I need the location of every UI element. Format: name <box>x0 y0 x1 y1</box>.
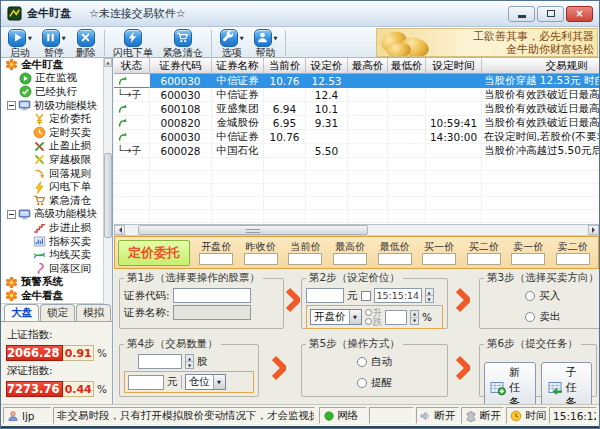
dropdown-arrow-icon[interactable]: ▼ <box>28 35 32 41</box>
dropdown-arrow-icon[interactable]: ▼ <box>62 35 66 41</box>
time-input[interactable]: 15:15:14 <box>374 288 422 303</box>
pricebar-field-input[interactable] <box>333 253 367 265</box>
column-header[interactable]: 最低价 <box>388 58 426 74</box>
column-header[interactable]: 设定价 <box>306 58 348 74</box>
chevron-down-icon[interactable]: ▼ <box>349 310 361 324</box>
table-row[interactable]: └→子600030中信证券12.4当股价有效跌破近日最高的 1% 时.. <box>114 88 599 102</box>
table-hscrollbar[interactable] <box>114 225 599 236</box>
position-select[interactable]: 仓位 ▼ <box>185 374 226 390</box>
pricebar-field-input[interactable] <box>378 253 412 265</box>
shares-spinner[interactable]: ▲▼ <box>185 354 194 369</box>
tab-lock[interactable]: 锁定 <box>40 304 75 321</box>
close-button[interactable]: × <box>566 6 593 22</box>
tree-item-indicator-chart[interactable]: 指标买卖 <box>1 235 112 249</box>
fixed-price-order-button[interactable]: 定价委托 <box>118 240 190 266</box>
table-cell <box>348 88 388 102</box>
tree-item-x-red-green[interactable]: 止盈止损 <box>1 140 112 154</box>
pct-input[interactable] <box>385 310 407 325</box>
tree-item-step[interactable]: 步进止损 <box>1 221 112 235</box>
up-radio[interactable] <box>365 309 372 316</box>
pricebar-field-input[interactable] <box>244 253 278 265</box>
column-header[interactable]: 当前价 <box>264 58 306 74</box>
pricebar-field-input[interactable] <box>556 253 590 265</box>
step4-group: 第4步（交易数量） ▲▼ 股 元 仓位 ▼ <box>119 337 259 397</box>
pricebar-field-input[interactable] <box>467 253 501 265</box>
shares-input[interactable] <box>138 354 182 369</box>
time-checkbox[interactable] <box>361 291 371 301</box>
minimize-button[interactable] <box>508 6 535 22</box>
scroll-thumb[interactable] <box>104 153 112 238</box>
column-header[interactable]: 证券代码 <box>150 58 212 74</box>
tree-item-flower[interactable]: 金牛盯盘 <box>1 58 112 72</box>
lightning-toolbar-button[interactable]: 闪电下单 <box>108 28 158 58</box>
play-toolbar-button[interactable]: ▼启动 <box>3 28 37 58</box>
table-row[interactable]: 600030中信证券10.7612.53当股价穿越 12.53元 时自动买 <box>114 74 599 88</box>
column-header[interactable]: 最高价 <box>348 58 388 74</box>
collapse-icon[interactable] <box>7 210 16 219</box>
table-cell <box>388 102 426 116</box>
scroll-up-icon[interactable]: ▲ <box>104 58 112 67</box>
tree-item-clock[interactable]: 定时买卖 <box>1 126 112 140</box>
tree-item-check[interactable]: 已经执行 <box>1 85 112 99</box>
table-empty-row <box>114 210 599 223</box>
tree-item-cart-color[interactable]: 紧急清仓 <box>1 194 112 208</box>
auto-radio[interactable] <box>357 357 367 367</box>
maximize-button[interactable] <box>537 6 564 22</box>
column-header[interactable]: 交易规则 <box>482 58 599 74</box>
column-header[interactable]: 证券名称 <box>212 58 264 74</box>
sell-radio[interactable] <box>525 312 535 322</box>
scroll-right-icon[interactable] <box>588 225 599 235</box>
child-task-marker: └→子 <box>114 144 150 158</box>
scroll-left-icon[interactable] <box>114 225 125 235</box>
table-row[interactable]: └→子600028中国石化5.50当股价冲高越过5.50元后高位回落.. <box>114 144 599 158</box>
buy-radio[interactable] <box>525 291 535 301</box>
tree-item-monitor[interactable]: 高级功能模块 <box>1 208 112 222</box>
pricebar-field: 最高价 <box>328 241 373 265</box>
code-input[interactable] <box>173 288 251 303</box>
dropdown-arrow-icon[interactable]: ▼ <box>274 35 278 41</box>
tree-item-monitor[interactable]: 初级功能模块 <box>1 99 112 113</box>
sell-label: 卖出 <box>539 310 560 324</box>
dropdown-arrow-icon[interactable]: ▼ <box>240 35 244 41</box>
table-row[interactable]: 600108亚盛集团6.9410.1当股价有效跌破近日最高的 1% 时.. <box>114 102 599 116</box>
hscroll-thumb[interactable] <box>138 225 368 235</box>
pct-spinner[interactable]: ▲▼ <box>410 310 419 325</box>
remind-radio[interactable] <box>357 378 367 388</box>
time-spinner[interactable]: ▲▼ <box>425 288 434 303</box>
delete-toolbar-button[interactable]: 删除 <box>71 28 101 58</box>
amount-input[interactable] <box>128 375 164 390</box>
down-radio[interactable] <box>365 318 372 325</box>
table-cell <box>264 184 306 197</box>
pricebar-field-input[interactable] <box>199 253 233 265</box>
person-toolbar-button[interactable]: ▼帮助 <box>249 28 283 58</box>
pause-toolbar-button[interactable]: ▼暂停 <box>37 28 71 58</box>
wrench-toolbar-button[interactable]: ▼选项 <box>215 28 249 58</box>
tree-item-flower[interactable]: 金牛看盘 <box>1 289 112 303</box>
chevron-down-icon[interactable]: ▼ <box>213 375 225 389</box>
tree-item-yen[interactable]: 定价委托 <box>1 112 112 126</box>
tab-simulate[interactable]: 模拟 <box>76 304 111 321</box>
price-input[interactable] <box>306 288 344 303</box>
toolbar-buttons: ▼启动▼暂停删除闪电下单紧急清仓▼选项▼帮助 <box>3 28 289 58</box>
pricebar-field-input[interactable] <box>511 253 545 265</box>
column-header[interactable]: 设定时间 <box>426 58 482 74</box>
table-row[interactable]: 000820金城股份6.959.3110:59:41当股价有效跌破近日最高的 5… <box>114 116 599 130</box>
table-cell: 10.76 <box>264 74 306 88</box>
tree-item-play-green[interactable]: 正在监视 <box>1 72 112 86</box>
tree-item-ma-lines[interactable]: 均线买卖 <box>1 248 112 262</box>
cart-toolbar-button[interactable]: 紧急清仓 <box>158 28 208 58</box>
table-row[interactable]: 600030中信证券10.7614:30:00在设定时间,若股价(不要求)自动以… <box>114 130 599 144</box>
pricebar-field-input[interactable] <box>288 253 322 265</box>
tree-item-lightning-color[interactable]: 闪电下单 <box>1 180 112 194</box>
tab-market[interactable]: 大盘 <box>4 304 39 321</box>
tree-item-x-green-yellow[interactable]: 穿越极限 <box>1 153 112 167</box>
collapse-icon[interactable] <box>7 101 16 110</box>
tree-item-range-loop[interactable]: 回落区间 <box>1 262 112 276</box>
pricebar-field-input[interactable] <box>422 253 456 265</box>
tree-item-fall-curve[interactable]: 回落规则 <box>1 167 112 181</box>
pause-icon <box>42 29 60 47</box>
column-header[interactable]: 状态 <box>114 58 150 74</box>
table-cell <box>426 102 482 116</box>
price-type-select[interactable]: 开盘价 ▼ <box>310 309 362 325</box>
tree-item-flower[interactable]: 预警系统 <box>1 276 112 290</box>
